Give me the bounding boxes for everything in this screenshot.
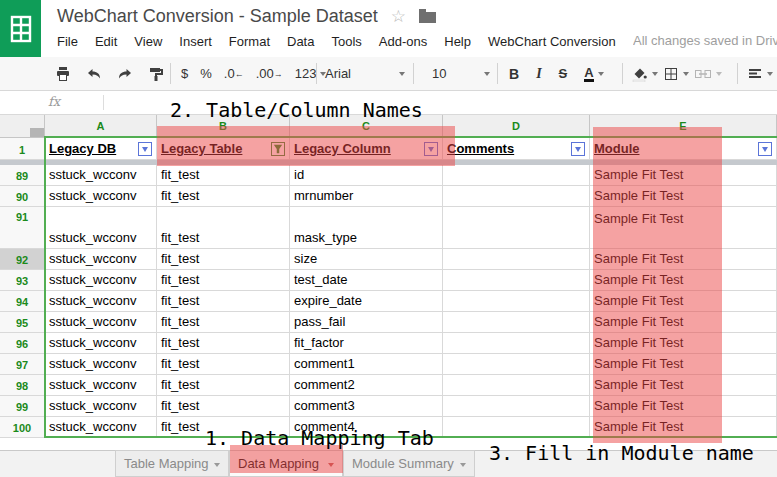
row-number[interactable]: 97 [0,354,45,375]
row-number[interactable]: 99 [0,396,45,417]
cell-legacy-table[interactable]: fit_test [157,312,290,333]
cell-comments[interactable] [443,165,590,186]
font-select[interactable]: Arial [325,57,405,90]
header-cell-legacy-table[interactable]: Legacy Table [157,138,290,160]
cell-legacy-table[interactable]: fit_test [157,333,290,354]
font-size-select[interactable]: 10 [432,57,490,90]
undo-button[interactable] [86,66,102,82]
cell-module[interactable]: Sample Fit Test [590,312,777,333]
row-number[interactable]: 98 [0,375,45,396]
column-header-b[interactable]: B [157,115,290,138]
cell-comments[interactable] [443,417,590,438]
currency-format-button[interactable]: $ [181,66,188,81]
menu-addons[interactable]: Add-ons [379,34,427,49]
cell-comments[interactable] [443,312,590,333]
strikethrough-button[interactable]: S [559,66,568,81]
filter-dropdown-icon[interactable] [571,142,585,156]
filter-dropdown-icon[interactable] [138,142,152,156]
cell-legacy-table[interactable]: fit_test [157,291,290,312]
menu-format[interactable]: Format [229,34,270,49]
frozen-pane-handle[interactable] [30,128,44,137]
menu-insert[interactable]: Insert [179,34,212,49]
header-cell-module[interactable]: Module [590,138,777,160]
decrease-decimal-button[interactable]: .0← [224,66,244,81]
cell-legacy-column[interactable]: comment4 [290,417,443,438]
cell-module[interactable]: Sample Fit Test [590,333,777,354]
cell-module[interactable]: Sample Fit Test [590,186,777,207]
cell-module[interactable]: Sample Fit Test [590,375,777,396]
cell-legacy-table[interactable]: fit_test [157,375,290,396]
increase-decimal-button[interactable]: .00→ [256,66,283,81]
folder-icon[interactable] [419,12,436,23]
merge-cells-button[interactable] [694,66,722,82]
number-format-button[interactable]: 123 [295,66,327,81]
cell-module[interactable]: Sample Fit Test [590,165,777,186]
column-header-c[interactable]: C [290,115,443,138]
sheets-logo[interactable] [0,0,41,57]
filter-funnel-icon[interactable] [271,142,285,156]
cell-legacy-column[interactable]: expire_date [290,291,443,312]
cell-legacy-table[interactable]: fit_test [157,417,290,438]
borders-button[interactable] [663,66,689,82]
row-number[interactable]: 1 [0,138,45,160]
cell-module[interactable]: Sample Fit Test [590,396,777,417]
menu-help[interactable]: Help [444,34,471,49]
menu-file[interactable]: File [57,34,78,49]
cell-comments[interactable] [443,354,590,375]
cell-comments[interactable] [443,249,590,270]
tab-module-summary[interactable]: Module Summary [343,450,475,477]
cell-module[interactable]: Sample Fit Test [590,417,777,438]
row-number[interactable]: 90 [0,186,45,207]
select-all-corner[interactable] [0,115,45,138]
percent-format-button[interactable]: % [200,66,212,81]
cell-legacy-db[interactable]: sstuck_wcconv [45,417,157,438]
cell-legacy-table[interactable]: fit_test [157,354,290,375]
cell-legacy-db[interactable]: sstuck_wcconv [45,165,157,186]
cell-legacy-table[interactable]: fit_test [157,249,290,270]
cell-legacy-db[interactable]: sstuck_wcconv [45,396,157,417]
row-number[interactable]: 94 [0,291,45,312]
cell-comments[interactable] [443,207,590,249]
filter-dropdown-icon[interactable] [758,142,772,156]
header-cell-legacy-column[interactable]: Legacy Column [290,138,443,160]
row-number[interactable]: 100 [0,417,45,438]
cell-legacy-table[interactable]: fit_test [157,207,290,249]
cell-legacy-db[interactable]: sstuck_wcconv [45,312,157,333]
cell-legacy-db[interactable]: sstuck_wcconv [45,270,157,291]
cell-legacy-db[interactable]: sstuck_wcconv [45,333,157,354]
menu-tools[interactable]: Tools [331,34,361,49]
formula-input[interactable] [110,91,770,114]
cell-legacy-table[interactable]: fit_test [157,165,290,186]
cell-comments[interactable] [443,291,590,312]
fill-color-button[interactable] [631,65,658,82]
cell-legacy-db[interactable]: sstuck_wcconv [45,249,157,270]
horizontal-align-button[interactable] [747,66,773,82]
column-header-e[interactable]: E [590,115,777,138]
cell-legacy-column[interactable]: comment1 [290,354,443,375]
cell-module[interactable]: Sample Fit Test [590,249,777,270]
filter-dropdown-icon[interactable] [424,142,438,156]
cell-module[interactable]: Sample Fit Test [590,354,777,375]
menu-data[interactable]: Data [287,34,314,49]
column-header-d[interactable]: D [443,115,590,138]
cell-legacy-db[interactable]: sstuck_wcconv [45,375,157,396]
row-number[interactable]: 93 [0,270,45,291]
tab-data-mapping[interactable]: Data Mapping [229,450,343,477]
cell-module[interactable]: Sample Fit Test [590,207,777,249]
menu-view[interactable]: View [134,34,162,49]
print-button[interactable] [55,66,71,82]
paint-format-button[interactable] [148,66,164,82]
cell-legacy-column[interactable]: pass_fail [290,312,443,333]
cell-module[interactable]: Sample Fit Test [590,291,777,312]
bold-button[interactable]: B [509,66,519,82]
cell-legacy-column[interactable]: test_date [290,270,443,291]
cell-comments[interactable] [443,270,590,291]
cell-legacy-table[interactable]: fit_test [157,186,290,207]
cell-legacy-column[interactable]: mrnumber [290,186,443,207]
redo-button[interactable] [117,66,133,82]
cell-legacy-db[interactable]: sstuck_wcconv [45,186,157,207]
row-number[interactable]: 91 [0,207,45,249]
cell-legacy-db[interactable]: sstuck_wcconv [45,207,157,249]
cell-legacy-column[interactable]: size [290,249,443,270]
tab-table-mapping[interactable]: Table Mapping [115,450,229,477]
